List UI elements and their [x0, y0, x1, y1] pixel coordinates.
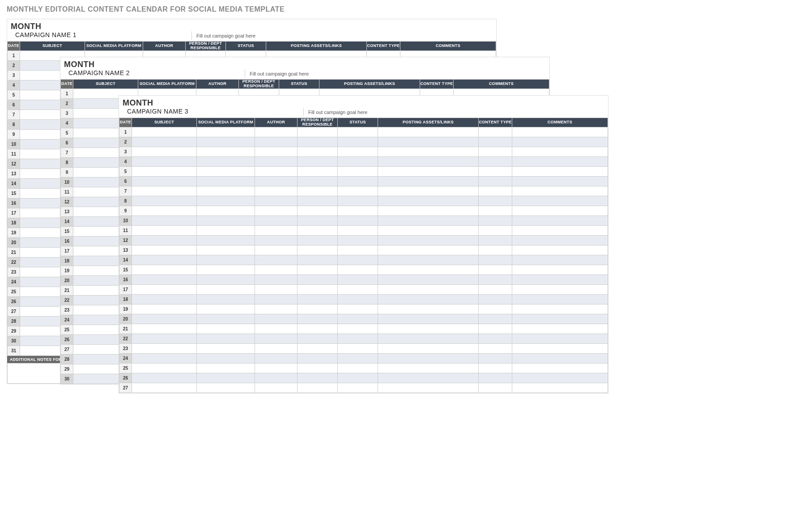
cell-person[interactable] [298, 245, 338, 255]
cell-status[interactable] [338, 176, 378, 186]
cell-status[interactable] [338, 235, 378, 245]
cell-person[interactable] [298, 353, 338, 363]
cell-comments[interactable] [512, 176, 608, 186]
cell-platform[interactable] [197, 265, 255, 275]
cell-assets[interactable] [378, 225, 479, 235]
cell-comments[interactable] [512, 265, 608, 275]
cell-comments[interactable] [512, 147, 608, 156]
cell-ctype[interactable] [479, 255, 512, 265]
cell-platform[interactable] [197, 245, 255, 255]
cell-platform[interactable] [197, 225, 255, 235]
cell-assets[interactable] [378, 137, 479, 147]
cell-person[interactable] [298, 383, 338, 393]
cell-author[interactable] [255, 343, 298, 353]
cell-author[interactable] [255, 196, 298, 206]
cell-author[interactable] [255, 294, 298, 304]
cell-person[interactable] [298, 275, 338, 284]
cell-assets[interactable] [378, 147, 479, 156]
cell-subject[interactable] [132, 373, 197, 383]
campaign-goal[interactable]: Fill out campaign goal here [192, 33, 255, 40]
cell-platform[interactable] [197, 304, 255, 314]
cell-subject[interactable] [132, 363, 197, 373]
cell-comments[interactable] [512, 127, 608, 137]
cell-author[interactable] [255, 324, 298, 334]
cell-ctype[interactable] [479, 284, 512, 294]
cell-person[interactable] [298, 206, 338, 215]
cell-author[interactable] [255, 334, 298, 343]
cell-ctype[interactable] [479, 373, 512, 383]
cell-ctype[interactable] [479, 196, 512, 206]
cell-person[interactable] [298, 343, 338, 353]
cell-platform[interactable] [197, 196, 255, 206]
cell-ctype[interactable] [479, 235, 512, 245]
cell-comments[interactable] [512, 225, 608, 235]
cell-comments[interactable] [512, 137, 608, 147]
cell-subject[interactable] [132, 147, 197, 156]
cell-assets[interactable] [378, 314, 479, 324]
cell-status[interactable] [338, 363, 378, 373]
cell-author[interactable] [255, 215, 298, 225]
cell-author[interactable] [255, 206, 298, 215]
cell-author[interactable] [255, 156, 298, 166]
cell-author[interactable] [255, 147, 298, 156]
cell-ctype[interactable] [479, 156, 512, 166]
cell-assets[interactable] [378, 206, 479, 215]
cell-status[interactable] [338, 373, 378, 383]
cell-status[interactable] [338, 284, 378, 294]
cell-status[interactable] [338, 147, 378, 156]
cell-platform[interactable] [197, 334, 255, 343]
cell-assets[interactable] [378, 186, 479, 196]
cell-subject[interactable] [132, 265, 197, 275]
cell-author[interactable] [255, 314, 298, 324]
cell-author[interactable] [255, 127, 298, 137]
cell-status[interactable] [338, 314, 378, 324]
cell-subject[interactable] [132, 255, 197, 265]
cell-assets[interactable] [378, 176, 479, 186]
cell-person[interactable] [298, 265, 338, 275]
cell-status[interactable] [338, 166, 378, 176]
cell-comments[interactable] [512, 245, 608, 255]
cell-subject[interactable] [132, 156, 197, 166]
cell-status[interactable] [338, 343, 378, 353]
cell-subject[interactable] [132, 215, 197, 225]
cell-author[interactable] [255, 265, 298, 275]
cell-author[interactable] [255, 353, 298, 363]
cell-comments[interactable] [512, 373, 608, 383]
cell-comments[interactable] [512, 294, 608, 304]
cell-comments[interactable] [512, 324, 608, 334]
cell-person[interactable] [298, 186, 338, 196]
cell-author[interactable] [255, 275, 298, 284]
cell-ctype[interactable] [479, 147, 512, 156]
cell-assets[interactable] [378, 127, 479, 137]
cell-platform[interactable] [197, 156, 255, 166]
cell-ctype[interactable] [479, 137, 512, 147]
cell-status[interactable] [338, 304, 378, 314]
cell-status[interactable] [338, 324, 378, 334]
cell-person[interactable] [298, 127, 338, 137]
cell-subject[interactable] [132, 334, 197, 343]
cell-platform[interactable] [197, 373, 255, 383]
cell-author[interactable] [255, 176, 298, 186]
cell-status[interactable] [338, 353, 378, 363]
cell-subject[interactable] [132, 284, 197, 294]
cell-ctype[interactable] [479, 294, 512, 304]
cell-subject[interactable] [132, 176, 197, 186]
cell-author[interactable] [255, 363, 298, 373]
cell-comments[interactable] [512, 255, 608, 265]
cell-ctype[interactable] [479, 265, 512, 275]
cell-comments[interactable] [512, 186, 608, 196]
cell-platform[interactable] [197, 383, 255, 393]
cell-comments[interactable] [512, 235, 608, 245]
cell-ctype[interactable] [479, 127, 512, 137]
cell-platform[interactable] [197, 294, 255, 304]
cell-comments[interactable] [512, 196, 608, 206]
cell-ctype[interactable] [479, 206, 512, 215]
cell-ctype[interactable] [479, 334, 512, 343]
cell-comments[interactable] [512, 363, 608, 373]
cell-platform[interactable] [197, 353, 255, 363]
cell-assets[interactable] [378, 284, 479, 294]
cell-platform[interactable] [197, 176, 255, 186]
cell-person[interactable] [298, 176, 338, 186]
cell-subject[interactable] [132, 383, 197, 393]
cell-subject[interactable] [132, 196, 197, 206]
